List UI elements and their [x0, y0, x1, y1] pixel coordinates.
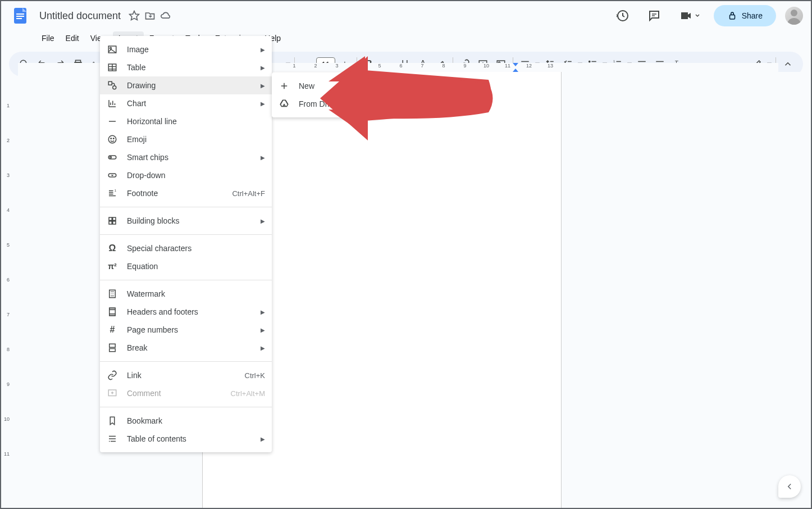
- chevron-right-icon: ▶: [261, 83, 265, 89]
- history-icon[interactable]: [612, 4, 634, 27]
- horizontal-line-icon: [107, 116, 118, 127]
- svg-rect-2: [16, 16, 24, 17]
- drive-icon: [279, 98, 290, 110]
- svg-point-6: [791, 10, 797, 16]
- cloud-status-icon[interactable]: [160, 10, 171, 21]
- explore-button[interactable]: [778, 475, 801, 498]
- svg-rect-44: [110, 314, 116, 316]
- share-label: Share: [742, 11, 763, 20]
- menu-item-dropdown[interactable]: Drop-down: [100, 166, 272, 184]
- comment-icon: [107, 388, 118, 399]
- menu-file[interactable]: File: [36, 31, 60, 47]
- menu-item-emoji[interactable]: Emoji: [100, 130, 272, 148]
- collapse-toolbar-icon[interactable]: [779, 56, 796, 72]
- svg-rect-46: [110, 349, 116, 352]
- smart-chips-icon: [107, 152, 118, 163]
- chevron-right-icon: ▶: [261, 218, 265, 224]
- submenu-item-new[interactable]: New: [272, 77, 384, 95]
- menu-item-break[interactable]: Break ▶: [100, 339, 272, 357]
- menu-item-page-numbers[interactable]: # Page numbers ▶: [100, 321, 272, 339]
- footnote-icon: 1: [107, 188, 118, 199]
- svg-rect-5: [729, 15, 735, 20]
- menu-item-drawing[interactable]: Drawing ▶: [100, 76, 272, 94]
- menu-item-comment: Comment Ctrl+Alt+M: [100, 384, 272, 402]
- svg-point-31: [111, 138, 112, 139]
- menu-item-table[interactable]: Table ▶: [100, 58, 272, 76]
- omega-icon: Ω: [107, 243, 118, 254]
- chart-icon: [107, 98, 118, 109]
- table-of-contents-icon: [107, 433, 118, 444]
- watermark-icon: [107, 288, 118, 299]
- svg-text:1: 1: [115, 189, 117, 192]
- menu-item-smart-chips[interactable]: Smart chips ▶: [100, 148, 272, 166]
- chevron-right-icon: ▶: [261, 101, 265, 107]
- emoji-icon: [107, 134, 118, 145]
- plus-icon: [279, 80, 290, 92]
- submenu-item-from-drive[interactable]: From Drive: [272, 95, 384, 113]
- svg-point-15: [589, 61, 590, 62]
- chevron-right-icon: ▶: [261, 327, 265, 333]
- right-indent-marker-top[interactable]: [513, 63, 518, 66]
- svg-point-29: [113, 86, 116, 89]
- menu-item-link[interactable]: Link Ctrl+K: [100, 366, 272, 384]
- svg-rect-38: [113, 217, 116, 220]
- vertical-ruler[interactable]: 1 2 3 4 5 6 7 8 9 10 11: [2, 72, 12, 509]
- chevron-right-icon: ▶: [261, 345, 265, 351]
- menu-item-bookmark[interactable]: Bookmark: [100, 412, 272, 430]
- svg-point-32: [113, 138, 115, 139]
- table-icon: [107, 62, 118, 73]
- share-button[interactable]: Share: [714, 5, 776, 26]
- link-icon: [107, 370, 118, 381]
- svg-rect-40: [113, 221, 116, 224]
- svg-rect-28: [108, 81, 112, 85]
- meet-icon[interactable]: [674, 4, 705, 27]
- headers-footers-icon: [107, 306, 118, 317]
- svg-rect-45: [110, 344, 116, 347]
- drawing-icon: [107, 80, 118, 91]
- break-icon: [107, 342, 118, 353]
- header: Untitled document Share: [0, 0, 812, 31]
- move-icon[interactable]: [144, 10, 156, 21]
- docs-logo[interactable]: [9, 4, 31, 27]
- menu-item-image[interactable]: Image ▶: [100, 40, 272, 58]
- svg-point-26: [110, 47, 112, 49]
- svg-point-30: [108, 135, 116, 143]
- svg-rect-43: [110, 308, 116, 310]
- equation-icon: π²: [107, 261, 118, 272]
- menu-item-watermark[interactable]: Watermark: [100, 285, 272, 303]
- chevron-right-icon: ▶: [261, 154, 265, 161]
- svg-point-34: [110, 157, 112, 158]
- chevron-right-icon: ▶: [261, 436, 265, 442]
- menu-item-building-blocks[interactable]: Building blocks ▶: [100, 212, 272, 230]
- menu-item-chart[interactable]: Chart ▶: [100, 94, 272, 112]
- star-icon[interactable]: [129, 10, 140, 21]
- comments-icon[interactable]: [643, 4, 665, 27]
- chevron-right-icon: ▶: [261, 309, 265, 315]
- avatar[interactable]: [785, 7, 803, 25]
- drawing-submenu: New From Drive: [272, 72, 384, 117]
- svg-rect-1: [16, 13, 24, 15]
- bookmark-icon: [107, 415, 118, 426]
- menu-item-horizontal-line[interactable]: Horizontal line: [100, 112, 272, 130]
- dropdown-icon: [107, 170, 118, 181]
- page-numbers-icon: #: [107, 324, 118, 335]
- image-icon: [107, 44, 118, 55]
- svg-rect-37: [109, 217, 112, 220]
- insert-menu: Image ▶ Table ▶ Drawing ▶ Chart ▶ Horizo…: [100, 36, 272, 452]
- svg-rect-3: [16, 18, 22, 19]
- chevron-right-icon: ▶: [261, 47, 265, 53]
- chevron-right-icon: ▶: [261, 65, 265, 71]
- menu-item-table-of-contents[interactable]: Table of contents ▶: [100, 430, 272, 448]
- document-title[interactable]: Untitled document: [36, 9, 124, 23]
- menu-item-footnote[interactable]: 1 Footnote Ctrl+Alt+F: [100, 184, 272, 202]
- menu-edit[interactable]: Edit: [60, 31, 85, 47]
- menu-item-headers-footers[interactable]: Headers and footers ▶: [100, 303, 272, 321]
- menu-item-equation[interactable]: π² Equation: [100, 257, 272, 275]
- menu-item-special-characters[interactable]: Ω Special characters: [100, 239, 272, 257]
- building-blocks-icon: [107, 215, 118, 226]
- svg-rect-39: [109, 221, 112, 224]
